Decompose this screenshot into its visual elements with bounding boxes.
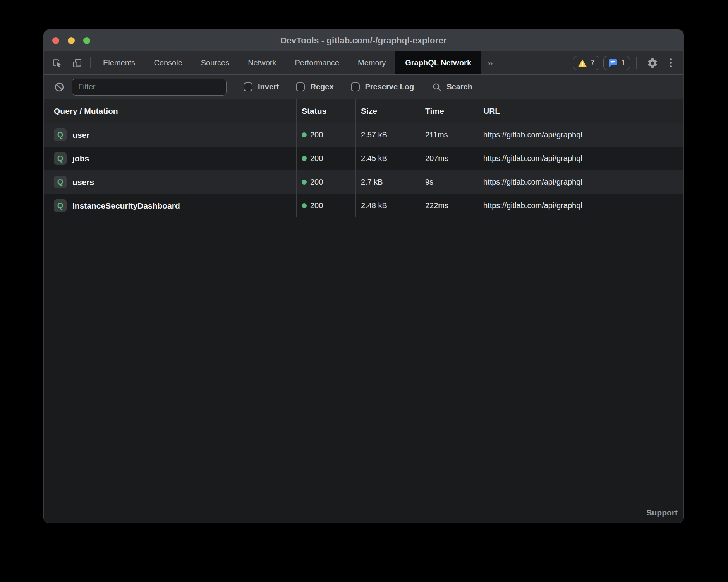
filter-input[interactable]: [72, 79, 227, 96]
query-type-badge: Q: [54, 199, 67, 212]
invert-checkbox-group[interactable]: Invert: [244, 82, 279, 91]
devtools-window: DevTools - gitlab.com/-/graphql-explorer…: [43, 29, 684, 523]
search-button[interactable]: Search: [432, 82, 472, 92]
block-icon: [54, 82, 65, 92]
devtools-menu-button[interactable]: [665, 58, 676, 67]
status-ok-dot: [302, 132, 307, 137]
invert-label: Invert: [258, 82, 279, 91]
status-ok-dot: [302, 203, 307, 208]
column-header-url[interactable]: URL: [478, 99, 683, 123]
gear-icon: [647, 57, 658, 69]
issues-badge[interactable]: 1: [603, 56, 630, 70]
table-row[interactable]: Q jobs 200 2.45 kB 207ms https://gitlab.…: [44, 147, 683, 170]
table-row[interactable]: Q user 200 2.57 kB 211ms https://gitlab.…: [44, 123, 683, 147]
issues-count: 1: [621, 58, 625, 67]
status-code: 200: [310, 178, 323, 187]
request-url: https://gitlab.com/api/graphql: [483, 178, 582, 187]
warning-icon: [578, 59, 587, 67]
more-tabs-button[interactable]: »: [481, 51, 499, 74]
regex-checkbox[interactable]: [296, 82, 305, 91]
device-toolbar-icon: [72, 58, 82, 68]
warnings-count: 7: [591, 58, 595, 67]
window-controls: [52, 30, 90, 51]
title-bar: DevTools - gitlab.com/-/graphql-explorer: [44, 30, 683, 51]
window-title: DevTools - gitlab.com/-/graphql-explorer: [280, 36, 446, 46]
regex-label: Regex: [310, 82, 333, 91]
tab-memory[interactable]: Memory: [349, 51, 395, 74]
request-time: 222ms: [425, 201, 448, 210]
toggle-device-toolbar-button[interactable]: [67, 51, 87, 74]
column-header-time[interactable]: Time: [420, 99, 478, 123]
status-ok-dot: [302, 156, 307, 161]
request-time: 211ms: [425, 130, 448, 139]
column-header-status[interactable]: Status: [296, 99, 355, 123]
inspect-cursor-icon: [52, 58, 62, 68]
request-size: 2.45 kB: [361, 154, 387, 163]
request-name: instanceSecurityDashboard: [72, 201, 180, 211]
request-time: 207ms: [425, 154, 448, 163]
invert-checkbox[interactable]: [244, 82, 252, 91]
preserve-log-checkbox[interactable]: [351, 82, 360, 91]
request-size: 2.48 kB: [361, 201, 387, 210]
preserve-log-checkbox-group[interactable]: Preserve Log: [351, 82, 414, 91]
table-row[interactable]: Q instanceSecurityDashboard 200 2.48 kB …: [44, 194, 683, 217]
controls-divider: [636, 57, 637, 69]
query-type-badge: Q: [54, 176, 67, 188]
request-url: https://gitlab.com/api/graphql: [483, 154, 582, 163]
close-window-button[interactable]: [52, 37, 59, 44]
warnings-badge[interactable]: 7: [573, 56, 599, 70]
tab-bar-divider: [90, 57, 91, 68]
request-name: jobs: [72, 154, 89, 163]
request-name: users: [72, 178, 94, 187]
preserve-log-label: Preserve Log: [365, 82, 414, 91]
requests-table-header: Query / Mutation Status Size Time URL: [44, 99, 683, 123]
devtools-tab-bar: Elements Console Sources Network Perform…: [44, 51, 683, 75]
tab-network[interactable]: Network: [239, 51, 285, 74]
search-icon: [432, 82, 442, 92]
query-type-badge: Q: [54, 152, 67, 165]
request-size: 2.57 kB: [361, 130, 387, 139]
status-code: 200: [310, 201, 323, 210]
tab-bar-right-controls: 7 1: [569, 51, 683, 74]
status-ok-dot: [302, 180, 307, 185]
kebab-icon: [670, 58, 672, 60]
search-label: Search: [446, 82, 472, 91]
status-code: 200: [310, 154, 323, 163]
request-url: https://gitlab.com/api/graphql: [483, 130, 582, 139]
tab-graphql-network[interactable]: GraphQL Network: [395, 51, 481, 74]
query-type-badge: Q: [54, 128, 67, 141]
minimize-window-button[interactable]: [68, 37, 75, 44]
tab-performance[interactable]: Performance: [286, 51, 349, 74]
requests-panel-empty-area: Support: [44, 217, 683, 523]
column-header-query-mutation[interactable]: Query / Mutation: [44, 99, 296, 123]
tab-console[interactable]: Console: [144, 51, 191, 74]
settings-button[interactable]: [642, 57, 663, 69]
message-icon: [608, 58, 618, 67]
clear-requests-button[interactable]: [51, 82, 68, 92]
network-filter-toolbar: Invert Regex Preserve Log Search: [44, 75, 683, 99]
zoom-window-button[interactable]: [83, 37, 90, 44]
inspect-element-button[interactable]: [44, 51, 67, 74]
tab-sources[interactable]: Sources: [192, 51, 239, 74]
regex-checkbox-group[interactable]: Regex: [296, 82, 333, 91]
request-time: 9s: [425, 178, 433, 187]
request-url: https://gitlab.com/api/graphql: [483, 201, 582, 210]
status-code: 200: [310, 130, 323, 139]
request-size: 2.7 kB: [361, 178, 383, 187]
column-header-size[interactable]: Size: [355, 99, 420, 123]
support-link[interactable]: Support: [647, 508, 678, 517]
request-name: user: [72, 130, 89, 140]
tab-elements[interactable]: Elements: [94, 51, 144, 74]
table-row[interactable]: Q users 200 2.7 kB 9s https://gitlab.com…: [44, 170, 683, 194]
